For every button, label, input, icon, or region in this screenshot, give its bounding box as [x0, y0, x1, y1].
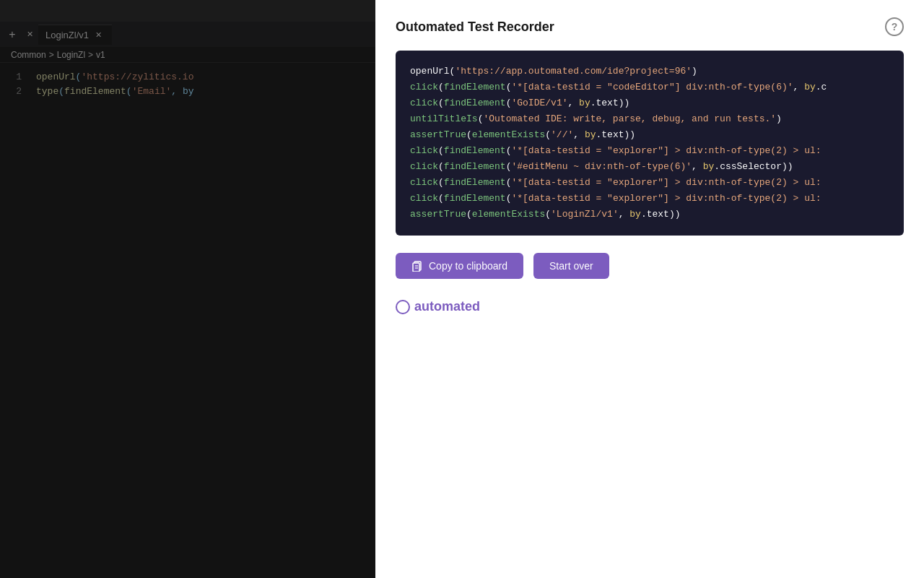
modal-header: Outomated Test Recorder ?: [396, 17, 904, 36]
modal-title: Outomated Test Recorder: [396, 20, 554, 35]
logo-text: automated: [414, 299, 480, 314]
code-line-modal-1: openUrl('https://app.outomated.com/ide?p…: [410, 64, 889, 79]
start-over-label: Start over: [549, 260, 593, 272]
code-line-modal-7: click(findElement('#editMenu ~ div:nth-o…: [410, 159, 889, 175]
help-icon-label: ?: [892, 21, 898, 33]
code-line-modal-8: click(findElement('*[data-testid = "expl…: [410, 175, 889, 191]
code-line-modal-4: untilTitleIs('Outomated IDE: write, pars…: [410, 111, 889, 127]
code-line-modal-3: click(findElement('GoIDE/v1', by.text)): [410, 95, 889, 111]
clipboard-icon: [411, 260, 423, 272]
button-row: Copy to clipboard Start over: [396, 253, 904, 279]
svg-rect-1: [413, 263, 419, 272]
modal-panel: Outomated Test Recorder ? openUrl('https…: [375, 0, 924, 578]
start-over-button[interactable]: Start over: [533, 253, 609, 279]
copy-button-label: Copy to clipboard: [429, 260, 507, 272]
code-line-modal-10: assertTrue(elementExists('LoginZl/v1', b…: [410, 207, 889, 223]
code-line-modal-2: click(findElement('*[data-testid = "code…: [410, 79, 889, 95]
code-block: openUrl('https://app.outomated.com/ide?p…: [396, 51, 904, 236]
help-icon[interactable]: ?: [885, 17, 904, 36]
code-line-modal-9: click(findElement('*[data-testid = "expl…: [410, 191, 889, 207]
logo-circle-icon: [396, 300, 410, 314]
code-line-modal-6: click(findElement('*[data-testid = "expl…: [410, 143, 889, 159]
copy-to-clipboard-button[interactable]: Copy to clipboard: [396, 253, 523, 279]
logo-area: automated: [396, 299, 904, 314]
code-line-modal-5: assertTrue(elementExists('//', by.text)): [410, 127, 889, 143]
